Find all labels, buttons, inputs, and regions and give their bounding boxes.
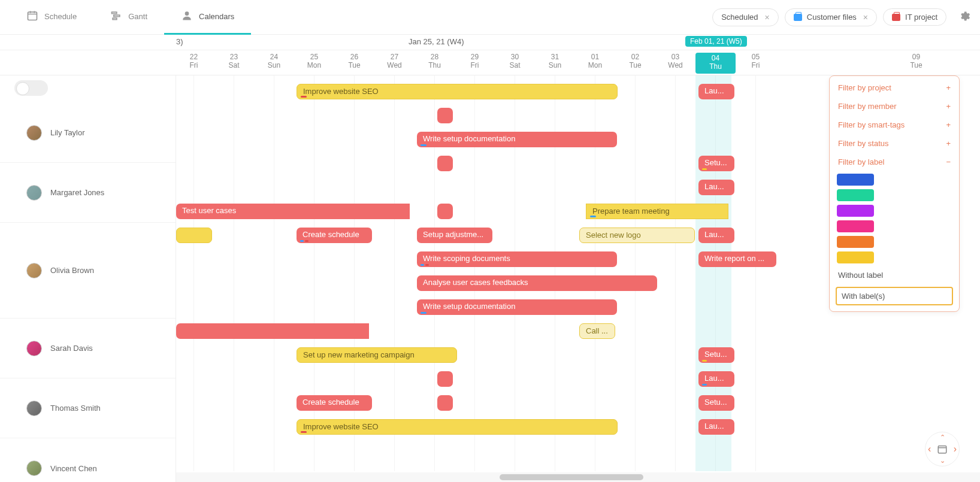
with-label-option[interactable]: With label(s)	[836, 287, 953, 305]
tab-gantt[interactable]: Gantt	[93, 0, 164, 35]
close-icon[interactable]: ×	[765, 13, 770, 22]
person-row[interactable]: Vincent Chen	[0, 438, 176, 482]
person-row[interactable]: Olivia Brown	[0, 223, 176, 319]
task-bar[interactable]: Improve website SEO	[297, 84, 618, 99]
tab-calendars[interactable]: Calendars	[164, 0, 251, 35]
plus-icon: +	[946, 139, 951, 148]
task-bar[interactable]: Lau...	[698, 419, 734, 435]
task-bar[interactable]: Create schedule	[297, 228, 372, 243]
task-bar[interactable]: Setu...	[698, 347, 734, 363]
color-swatch[interactable]	[837, 236, 874, 248]
task-bar[interactable]: Set up new marketing campaign	[297, 347, 457, 363]
task-bar[interactable]: Test user cases	[176, 204, 410, 219]
color-swatch[interactable]	[837, 205, 874, 217]
task-bar[interactable]: Lau...	[698, 180, 734, 195]
main-area: Lily Taylor Margaret Jones Olivia Brown …	[0, 75, 980, 482]
calendar-icon	[937, 444, 948, 454]
day-column: 01Mon	[575, 53, 615, 70]
day-column: 24Sun	[254, 53, 294, 70]
task-bar[interactable]: Write scoping documents	[417, 251, 617, 267]
color-swatch[interactable]	[837, 251, 874, 263]
close-icon[interactable]: ×	[863, 13, 868, 22]
filter-chips: Scheduled × Customer files × IT project	[712, 8, 946, 26]
day-column: 04Thu	[695, 53, 736, 74]
topbar: Schedule Gantt Calendars Scheduled × Cus…	[0, 0, 980, 35]
avatar	[26, 185, 42, 201]
avatar	[26, 263, 42, 278]
date-nav-widget[interactable]: ‹ › ⌃ ⌄	[925, 432, 960, 466]
plus-icon: +	[946, 102, 951, 111]
color-swatch[interactable]	[837, 189, 874, 201]
chip-scheduled[interactable]: Scheduled ×	[712, 8, 779, 26]
day-column: 03Wed	[655, 53, 695, 70]
filter-by-project[interactable]: Filter by project+	[830, 78, 959, 97]
calendar-icon	[26, 10, 38, 23]
person-name: Sarah Davis	[50, 344, 93, 353]
task-bar[interactable]: Select new logo	[579, 228, 695, 243]
task-bar[interactable]: Write setup documentation	[417, 299, 617, 315]
chevron-right-icon[interactable]: ›	[954, 444, 957, 454]
filter-by-tags[interactable]: Filter by smart-tags+	[830, 116, 959, 134]
briefcase-icon	[892, 14, 900, 21]
day-column: 02Tue	[615, 53, 655, 70]
task-square[interactable]	[437, 395, 453, 411]
chip-label: Scheduled	[721, 13, 758, 22]
task-bar[interactable]: Prepare team meeting	[586, 204, 728, 219]
person-name: Olivia Brown	[50, 266, 94, 275]
person-row[interactable]: Lily Taylor	[0, 103, 176, 163]
chevron-left-icon[interactable]: ‹	[928, 444, 931, 454]
task-square[interactable]	[437, 108, 453, 123]
task-bar[interactable]: Analyse user cases feedbacks	[417, 275, 657, 291]
tab-schedule-label: Schedule	[44, 12, 77, 21]
task-bar[interactable]: Create schedule	[297, 395, 372, 411]
filter-by-status[interactable]: Filter by status+	[830, 134, 959, 153]
task-square[interactable]	[437, 156, 453, 171]
task-bar[interactable]: Setu...	[698, 395, 734, 411]
task-bar[interactable]: Call ...	[579, 323, 615, 339]
task-bar[interactable]	[176, 228, 212, 243]
task-square[interactable]	[437, 204, 453, 219]
person-name: Vincent Chen	[50, 464, 97, 473]
person-name: Thomas Smith	[50, 404, 101, 413]
filter-by-label[interactable]: Filter by label−	[830, 153, 959, 171]
chip-customer-files[interactable]: Customer files ×	[785, 8, 877, 26]
task-bar[interactable]: Setu...	[698, 156, 734, 171]
chip-it-project[interactable]: IT project	[883, 8, 946, 26]
task-bar[interactable]	[176, 323, 369, 339]
plus-icon: +	[946, 83, 951, 92]
settings-button[interactable]	[958, 10, 970, 24]
scrollbar-thumb[interactable]	[500, 474, 643, 480]
day-column: 05Fri	[736, 53, 776, 70]
tab-schedule[interactable]: Schedule	[10, 0, 93, 35]
chevron-down-icon[interactable]: ⌄	[940, 457, 945, 465]
color-swatch[interactable]	[837, 174, 874, 186]
person-row[interactable]: Thomas Smith	[0, 378, 176, 438]
briefcase-icon	[794, 14, 802, 21]
task-bar[interactable]: Lau...	[698, 371, 734, 387]
task-bar[interactable]: Write report on ...	[698, 251, 776, 267]
plus-icon: +	[946, 120, 951, 129]
minus-icon: −	[946, 157, 951, 166]
day-column: 25Mon	[294, 53, 334, 70]
chevron-up-icon[interactable]: ⌃	[940, 434, 945, 441]
filter-by-member[interactable]: Filter by member+	[830, 97, 959, 116]
color-swatch[interactable]	[837, 220, 874, 232]
avatar	[26, 341, 42, 356]
tab-gantt-label: Gantt	[128, 12, 147, 21]
task-bar[interactable]: Lau...	[698, 228, 734, 243]
nav-tabs: Schedule Gantt Calendars	[10, 0, 251, 35]
task-bar[interactable]: Lau...	[698, 84, 734, 99]
without-label-option[interactable]: Without label	[830, 266, 959, 284]
task-bar[interactable]: Improve website SEO	[297, 419, 618, 435]
task-bar[interactable]: Write setup documentation	[417, 132, 617, 147]
avatar	[26, 460, 42, 476]
person-name: Margaret Jones	[50, 188, 104, 197]
person-row[interactable]: Sarah Davis	[0, 319, 176, 378]
task-square[interactable]	[437, 371, 453, 387]
avatar	[26, 125, 42, 141]
person-row[interactable]: Margaret Jones	[0, 163, 176, 223]
toggle-switch[interactable]	[14, 80, 48, 96]
day-column: 31Sun	[535, 53, 575, 70]
horizontal-scrollbar[interactable]	[176, 472, 980, 482]
task-bar[interactable]: Setup adjustme...	[417, 228, 492, 243]
